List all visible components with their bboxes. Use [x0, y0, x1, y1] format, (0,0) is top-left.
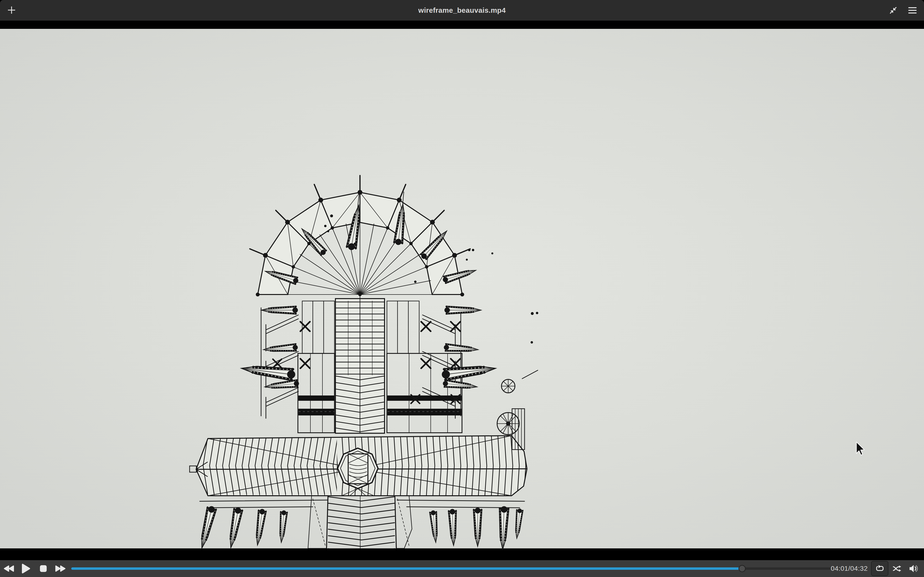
mpv-window: { "window": { "title": "wireframe_beauva… — [0, 0, 924, 577]
playback-controlbar: 04:01/04:32 — [0, 560, 924, 577]
shuffle-button[interactable] — [891, 560, 902, 577]
rewind-icon — [3, 565, 15, 572]
plus-icon — [7, 5, 16, 15]
seek-handle[interactable] — [738, 565, 746, 572]
repeat-icon — [875, 564, 884, 573]
hamburger-menu-icon — [908, 13, 916, 13]
unfullscreen-icon — [889, 6, 898, 15]
hamburger-menu-icon — [908, 7, 916, 8]
video-content-background — [0, 29, 924, 548]
shuffle-icon — [892, 564, 901, 573]
rewind-button[interactable] — [3, 560, 15, 577]
new-tab-button[interactable] — [6, 5, 17, 15]
play-button[interactable] — [20, 560, 32, 577]
menu-button[interactable] — [908, 6, 916, 15]
volume-icon — [909, 564, 919, 573]
seek-bar[interactable] — [71, 567, 830, 570]
titlebar: wireframe_beauvais.mp4 — [0, 0, 924, 21]
repeat-button[interactable] — [871, 561, 888, 576]
stop-icon — [39, 565, 47, 572]
fast-forward-icon — [55, 565, 66, 572]
window-title: wireframe_beauvais.mp4 — [0, 6, 924, 15]
seek-bar-fill — [71, 567, 742, 570]
stop-button[interactable] — [39, 560, 48, 577]
fast-forward-button[interactable] — [55, 560, 66, 577]
time-display: 04:01/04:32 — [831, 560, 868, 577]
unfullscreen-button[interactable] — [889, 6, 898, 15]
video-area[interactable] — [0, 21, 924, 560]
play-icon — [22, 564, 30, 574]
hamburger-menu-icon — [908, 10, 916, 11]
volume-button[interactable] — [908, 560, 920, 577]
